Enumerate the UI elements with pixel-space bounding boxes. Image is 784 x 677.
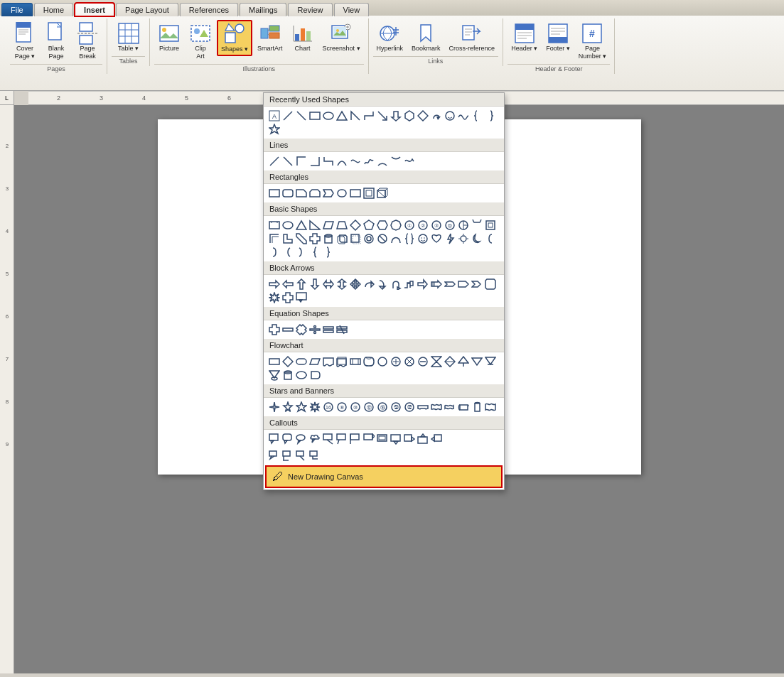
bs-paren-left[interactable]	[281, 246, 294, 259]
bs-bracket-left[interactable]	[484, 232, 497, 245]
bs-textbox[interactable]	[268, 219, 281, 232]
callout-left[interactable]	[430, 433, 443, 445]
fc-offline-store[interactable]	[484, 355, 497, 368]
bs-no-symbol[interactable]	[376, 232, 389, 245]
fc-delay[interactable]	[308, 369, 321, 381]
new-drawing-canvas-btn[interactable]: 🖊 New Drawing Canvas	[265, 465, 503, 488]
fc-parallelogram[interactable]	[308, 355, 321, 368]
tab-mailings[interactable]: Mailings	[240, 3, 286, 16]
banner-horizontal[interactable]	[417, 401, 429, 413]
bs-parallelogram[interactable]	[322, 219, 335, 232]
ba-quad2[interactable]	[484, 278, 497, 291]
fc-multi-doc[interactable]	[335, 355, 348, 368]
fc-connector[interactable]	[376, 355, 389, 368]
bs-circle1[interactable]: ①	[403, 219, 416, 232]
shapes-btn[interactable]: Shapes ▾	[217, 20, 252, 56]
page-break-btn[interactable]: PageBreak	[73, 20, 102, 63]
fc-predefined[interactable]	[349, 355, 362, 368]
fc-magnetic-disk[interactable]	[281, 369, 294, 381]
banner-scroll-v[interactable]	[471, 401, 483, 413]
bs-heptagon[interactable]	[390, 219, 402, 232]
bs-donut[interactable]	[363, 232, 375, 245]
bs-bracket-right[interactable]	[268, 246, 281, 259]
bs-hexagon[interactable]	[376, 219, 389, 232]
hyperlink-btn[interactable]: Hyperlink	[373, 20, 407, 55]
bs-l-shape[interactable]	[281, 232, 294, 245]
star-16pt[interactable]: ⑯	[376, 401, 389, 413]
shape-arrow-down-right[interactable]	[376, 109, 389, 122]
bs-right-triangle[interactable]	[308, 219, 321, 232]
shape-line1[interactable]	[281, 109, 294, 122]
ba-chevron[interactable]	[471, 278, 483, 291]
bookmark-btn[interactable]: Bookmark	[408, 20, 444, 55]
ba-left[interactable]	[281, 278, 294, 291]
callout-line-angle[interactable]	[268, 450, 281, 462]
star-10pt[interactable]: ⑩	[349, 401, 362, 413]
fc-collate[interactable]	[430, 355, 443, 368]
fc-summing-junc[interactable]	[390, 355, 402, 368]
ba-quad[interactable]	[349, 278, 362, 291]
bs-lightning[interactable]	[444, 232, 456, 245]
rect-frame[interactable]	[363, 187, 375, 200]
line-curved2[interactable]	[349, 155, 362, 168]
eq-multiply[interactable]	[295, 323, 308, 336]
callout-oval[interactable]	[295, 433, 308, 445]
bs-circle2[interactable]: ②	[417, 219, 429, 232]
star6[interactable]	[295, 401, 308, 413]
fc-extract[interactable]	[457, 355, 470, 368]
bs-curly-left[interactable]	[308, 246, 321, 259]
shape-right-angle[interactable]	[349, 109, 362, 122]
rect-plain[interactable]	[268, 187, 281, 200]
line-diagonal1[interactable]	[268, 155, 281, 168]
shape-connector[interactable]	[363, 109, 375, 122]
bs-diamond[interactable]	[349, 219, 362, 232]
rect-3d[interactable]	[376, 187, 389, 200]
cover-page-btn[interactable]: CoverPage ▾	[10, 20, 40, 63]
star16[interactable]: 16	[322, 401, 335, 413]
callout-up[interactable]	[417, 433, 429, 445]
fc-merge[interactable]	[471, 355, 483, 368]
clip-art-btn[interactable]: ClipArt	[186, 20, 215, 63]
line-scribble[interactable]	[403, 155, 416, 168]
ba-curved-right[interactable]	[363, 278, 375, 291]
banner-ribbon-curved[interactable]	[484, 401, 497, 413]
callout-border[interactable]	[376, 433, 389, 445]
ba-up[interactable]	[295, 278, 308, 291]
bs-chord[interactable]	[471, 219, 483, 232]
star4[interactable]	[268, 401, 281, 413]
footer-btn[interactable]: Footer ▾	[542, 20, 574, 55]
star-24pt[interactable]: ㉔	[390, 401, 402, 413]
eq-minus[interactable]	[281, 323, 294, 336]
line-elbow1[interactable]	[295, 155, 308, 168]
ba-cross[interactable]	[281, 291, 294, 304]
fc-decision[interactable]	[281, 355, 294, 368]
rect-snip-corner[interactable]	[295, 187, 308, 200]
fc-sort[interactable]	[444, 355, 456, 368]
shape-curved-arrow[interactable]	[430, 109, 443, 122]
rect-rounded[interactable]	[281, 187, 294, 200]
header-btn[interactable]: Header ▾	[508, 20, 541, 55]
fc-document[interactable]	[322, 355, 335, 368]
eq-plus[interactable]	[268, 323, 281, 336]
shape-wave[interactable]	[457, 109, 470, 122]
bs-half-frame[interactable]	[268, 232, 281, 245]
fc-storage[interactable]	[363, 355, 375, 368]
table-btn[interactable]: Table ▾	[114, 20, 144, 55]
bs-cube[interactable]	[335, 232, 348, 245]
tab-page-layout[interactable]: Page Layout	[116, 3, 178, 16]
eq-not-equal[interactable]	[335, 323, 348, 336]
tab-insert[interactable]: Insert	[75, 3, 114, 16]
shape-ellipse[interactable]	[322, 109, 335, 122]
shape-smiley[interactable]	[444, 109, 456, 122]
ba-pentagon[interactable]	[457, 278, 470, 291]
star-12pt[interactable]: ⑫	[363, 401, 375, 413]
ba-left-right[interactable]	[322, 278, 335, 291]
ba-right[interactable]	[268, 278, 281, 291]
shape-triangle[interactable]	[335, 109, 348, 122]
callout-rounded-rect[interactable]	[281, 433, 294, 445]
banner-wave1[interactable]	[430, 401, 443, 413]
ba-right-up[interactable]	[417, 278, 429, 291]
ba-striped-right[interactable]	[430, 278, 443, 291]
ba-callout[interactable]	[295, 291, 308, 304]
callout-right[interactable]	[403, 433, 416, 445]
